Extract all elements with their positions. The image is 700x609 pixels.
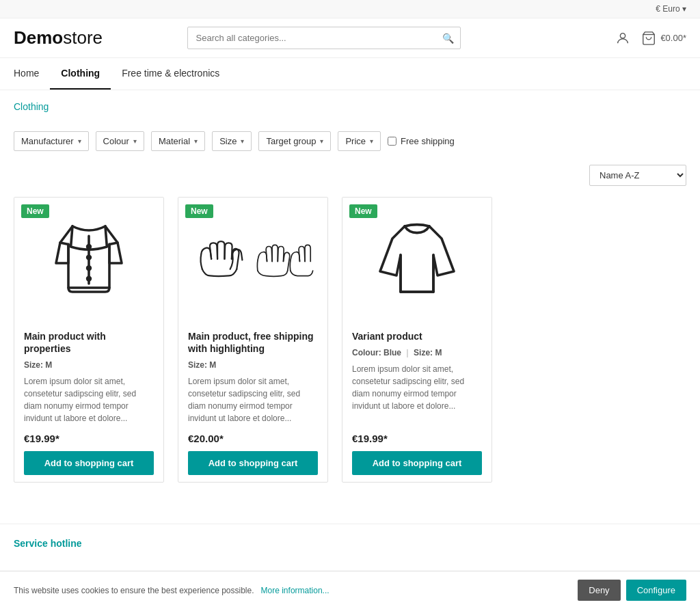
filter-size[interactable]: Size ▾	[212, 131, 252, 151]
product-body-3: Variant product Colour: Blue | Size: M L…	[342, 321, 492, 482]
filter-material[interactable]: Material ▾	[151, 131, 205, 151]
logo[interactable]: Demostore	[14, 27, 103, 49]
product-meta-1: Size: M	[24, 360, 154, 370]
account-icon-container[interactable]	[615, 31, 630, 46]
product-name-1: Main product with properties	[24, 330, 154, 355]
product-desc-3: Lorem ipsum dolor sit amet, consetetur s…	[352, 363, 482, 424]
cart-icon-container[interactable]: €0.00*	[641, 31, 686, 46]
add-to-cart-2[interactable]: Add to shopping cart	[188, 451, 318, 475]
filter-price[interactable]: Price ▾	[338, 131, 381, 151]
badge-new-1: New	[21, 204, 49, 218]
product-price-3: €19.99*	[352, 433, 482, 444]
size-value: M	[209, 360, 216, 370]
nav-home[interactable]: Home	[14, 58, 50, 90]
chevron-down-icon: ▾	[370, 137, 373, 145]
size-label: Size:	[414, 348, 435, 357]
product-image-area-1[interactable]: New	[14, 198, 163, 321]
header: Demostore 🔍 €0.00*	[0, 18, 700, 58]
add-to-cart-3[interactable]: Add to shopping cart	[352, 451, 482, 475]
nav-free-time[interactable]: Free time & electronics	[111, 58, 230, 90]
product-price-2: €20.00*	[188, 433, 318, 444]
colour-value: Blue	[383, 348, 401, 357]
breadcrumb: Clothing	[0, 90, 700, 118]
product-body-2: Main product, free shipping with highlig…	[178, 321, 327, 482]
product-meta-3: Colour: Blue | Size: M	[352, 348, 482, 357]
size-label: Size:	[188, 360, 209, 370]
cart-icon	[641, 31, 656, 46]
product-name-2: Main product, free shipping with highlig…	[188, 330, 318, 355]
sort-select[interactable]: Name A-Z Name Z-A Price ascending Price …	[589, 165, 686, 186]
currency-selector[interactable]: € Euro	[656, 4, 686, 14]
gloves-icon-simple	[253, 218, 314, 300]
free-shipping-checkbox[interactable]	[388, 137, 396, 146]
search-container: 🔍	[187, 27, 461, 49]
chevron-down-icon: ▾	[133, 137, 137, 145]
svg-point-0	[621, 33, 625, 38]
badge-new-3: New	[349, 204, 377, 218]
product-card-2: New	[178, 197, 328, 483]
account-icon	[615, 31, 630, 46]
product-card-1: New Main product with properties Size: M…	[14, 197, 164, 483]
size-label: Size:	[24, 360, 45, 370]
gloves-icon	[192, 218, 253, 300]
product-name-3: Variant product	[352, 330, 482, 342]
product-grid: New Main product with properties Size: M…	[0, 197, 700, 510]
service-hotline-title: Service hotline	[14, 538, 686, 549]
product-body-1: Main product with properties Size: M Lor…	[14, 321, 163, 482]
chevron-down-icon: ▾	[320, 137, 323, 145]
sort-bar: Name A-Z Name Z-A Price ascending Price …	[0, 165, 700, 197]
product-desc-1: Lorem ipsum dolor sit amet, consetetur s…	[24, 375, 154, 424]
filter-target-group[interactable]: Target group ▾	[258, 131, 331, 151]
svg-point-3	[88, 245, 91, 249]
product-price-1: €19.99*	[24, 433, 154, 444]
chevron-down-icon: ▾	[241, 137, 244, 145]
nav-clothing[interactable]: Clothing	[50, 58, 111, 90]
svg-point-4	[88, 256, 91, 259]
filter-free-shipping[interactable]: Free shipping	[388, 136, 455, 146]
product-image-area-2[interactable]: New	[178, 198, 327, 321]
size-value: M	[45, 360, 52, 370]
meta-separator: |	[404, 348, 411, 357]
svg-point-5	[88, 267, 91, 270]
filter-manufacturer[interactable]: Manufacturer ▾	[14, 131, 89, 151]
service-hotline: Service hotline	[0, 524, 700, 556]
top-bar: € Euro	[0, 0, 700, 18]
search-icon[interactable]: 🔍	[442, 33, 454, 44]
search-input[interactable]	[187, 27, 461, 49]
chevron-down-icon: ▾	[78, 137, 81, 145]
product-desc-2: Lorem ipsum dolor sit amet, consetetur s…	[188, 375, 318, 424]
product-image-area-3[interactable]: New	[342, 198, 492, 321]
product-card-3: New Variant product Colour: Blue | Size:…	[342, 197, 492, 483]
longsleeve-icon	[376, 218, 458, 300]
breadcrumb-link[interactable]: Clothing	[14, 101, 49, 112]
svg-point-6	[88, 277, 91, 280]
header-icons: €0.00*	[615, 31, 686, 46]
size-value: M	[435, 348, 442, 357]
jacket-icon	[48, 218, 130, 300]
badge-new-2: New	[185, 204, 213, 218]
filter-colour[interactable]: Colour ▾	[96, 131, 144, 151]
filter-bar: Manufacturer ▾ Colour ▾ Material ▾ Size …	[0, 118, 700, 165]
cart-total: €0.00*	[660, 33, 686, 43]
colour-label: Colour:	[352, 348, 383, 357]
chevron-down-icon: ▾	[194, 137, 198, 145]
product-meta-2: Size: M	[188, 360, 318, 370]
main-nav: Home Clothing Free time & electronics	[0, 58, 700, 90]
add-to-cart-1[interactable]: Add to shopping cart	[24, 451, 154, 475]
